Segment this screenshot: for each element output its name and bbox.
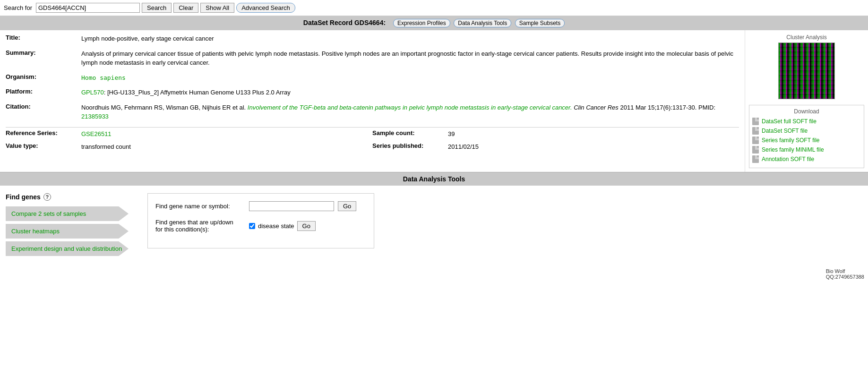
download-icon-3 — [752, 146, 759, 154]
search-input[interactable] — [36, 3, 140, 13]
main-content: Title: Lymph node-positive, early stage … — [0, 30, 868, 172]
title-value: Lymph node-positive, early stage cervica… — [81, 34, 739, 43]
citation-value: Noordhuis MG, Fehrmann RS, Wisman GB, Ni… — [81, 103, 739, 121]
citation-row: Citation: Noordhuis MG, Fehrmann RS, Wis… — [6, 103, 739, 121]
advanced-search-button[interactable]: Advanced Search — [236, 3, 295, 13]
cluster-title: Cluster Analysis — [786, 34, 826, 41]
gene-name-input[interactable] — [249, 201, 334, 211]
platform-row: Platform: GPL570: [HG-U133_Plus_2] Affym… — [6, 88, 739, 97]
platform-label: Platform: — [6, 88, 81, 95]
updown-row: Find genes that are up/down for this con… — [155, 219, 366, 233]
pmid-link[interactable]: 21385933 — [81, 113, 109, 120]
clear-button[interactable]: Clear — [173, 3, 198, 13]
organism-label: Organism: — [6, 73, 81, 80]
sample-subsets-button[interactable]: Sample Subsets — [515, 19, 565, 27]
value-type-label: Value type: — [6, 142, 81, 149]
value-published-row: Value type: transformed count Series pub… — [6, 142, 739, 152]
search-button[interactable]: Search — [142, 3, 172, 13]
search-label: Search for — [4, 4, 32, 11]
cluster-heatmap-image[interactable] — [778, 43, 835, 99]
download-icon-0 — [752, 118, 759, 125]
value-type-value: transformed count — [81, 142, 372, 152]
dat-content: Find genes ? Compare 2 sets of samples C… — [0, 186, 868, 266]
compare-samples-button[interactable]: Compare 2 sets of samples — [6, 206, 129, 221]
sample-count-label: Sample count: — [372, 129, 448, 137]
footer-text: Bio Wolf QQ:2749657388 — [826, 268, 864, 280]
download-item-0[interactable]: DataSet full SOFT file — [752, 118, 861, 125]
experiment-design-button[interactable]: Experiment design and value distribution — [6, 241, 129, 256]
title-label: Title: — [6, 34, 81, 41]
data-analysis-tools-button[interactable]: Data Analysis Tools — [454, 19, 511, 27]
platform-value: GPL570: [HG-U133_Plus_2] Affymetrix Huma… — [81, 88, 739, 97]
download-title: Download — [752, 108, 861, 115]
title-row: Title: Lymph node-positive, early stage … — [6, 34, 739, 43]
gene-name-row: Find gene name or symbol: Go — [155, 201, 366, 211]
download-link-4[interactable]: Annotation SOFT file — [762, 156, 814, 162]
find-genes-title: Find genes ? — [6, 193, 129, 201]
ref-series-label: Reference Series: — [6, 129, 81, 137]
download-link-2[interactable]: Series family SOFT file — [762, 137, 819, 144]
ref-count-row: Reference Series: GSE26511 Sample count:… — [6, 129, 739, 139]
download-link-0[interactable]: DataSet full SOFT file — [762, 118, 816, 125]
dataset-header: DataSet Record GDS4664: Expression Profi… — [0, 16, 868, 30]
citation-title-link[interactable]: Involvement of the TGF-beta and beta-cat… — [248, 104, 572, 111]
footer: Bio Wolf QQ:2749657388 — [0, 266, 868, 282]
organism-value: Homo sapiens — [81, 73, 739, 83]
download-link-3[interactable]: Series family MINiML file — [762, 146, 824, 153]
search-bar: Search for Search Clear Show All Advance… — [0, 0, 868, 16]
summary-label: Summary: — [6, 49, 81, 56]
organism-row: Organism: Homo sapiens — [6, 73, 739, 83]
summary-row: Summary: Analysis of primary cervical ca… — [6, 49, 739, 68]
citation-label: Citation: — [6, 103, 81, 110]
download-icon-1 — [752, 127, 759, 135]
help-icon[interactable]: ? — [43, 193, 51, 201]
ref-series-link[interactable]: GSE26511 — [81, 130, 112, 137]
series-published-value: 2011/02/15 — [448, 142, 739, 152]
updown-label: Find genes that are up/down for this con… — [155, 219, 245, 233]
show-all-button[interactable]: Show All — [200, 3, 234, 13]
disease-state-checkbox[interactable] — [249, 223, 255, 229]
gene-name-label: Find gene name or symbol: — [155, 203, 245, 210]
updown-go-button[interactable]: Go — [297, 221, 316, 231]
download-item-4[interactable]: Annotation SOFT file — [752, 155, 861, 163]
download-section: Download DataSet full SOFT file DataSet … — [749, 105, 864, 168]
download-item-3[interactable]: Series family MINiML file — [752, 146, 861, 154]
series-published-label: Series published: — [372, 142, 448, 149]
find-genes-panel: Find genes ? Compare 2 sets of samples C… — [6, 193, 129, 259]
platform-link[interactable]: GPL570 — [81, 89, 104, 96]
expression-profiles-button[interactable]: Expression Profiles — [393, 19, 450, 27]
gene-name-go-button[interactable]: Go — [338, 201, 356, 211]
cluster-heatmaps-button[interactable]: Cluster heatmaps — [6, 224, 129, 239]
summary-value: Analysis of primary cervical cancer tiss… — [81, 49, 739, 68]
download-item-1[interactable]: DataSet SOFT file — [752, 127, 861, 135]
disease-state-label: disease state — [258, 222, 294, 230]
record-table: Title: Lymph node-positive, early stage … — [0, 30, 745, 172]
download-item-2[interactable]: Series family SOFT file — [752, 137, 861, 144]
sample-count-value: 39 — [448, 129, 739, 139]
download-icon-2 — [752, 137, 759, 144]
download-icon-4 — [752, 155, 759, 163]
right-panel: Cluster Analysis Download DataSet full S… — [745, 30, 868, 172]
download-link-1[interactable]: DataSet SOFT file — [762, 128, 808, 134]
divider-1 — [6, 127, 739, 128]
gene-form: Find gene name or symbol: Go Find genes … — [147, 193, 374, 248]
data-analysis-header: Data Analysis Tools — [0, 172, 868, 186]
